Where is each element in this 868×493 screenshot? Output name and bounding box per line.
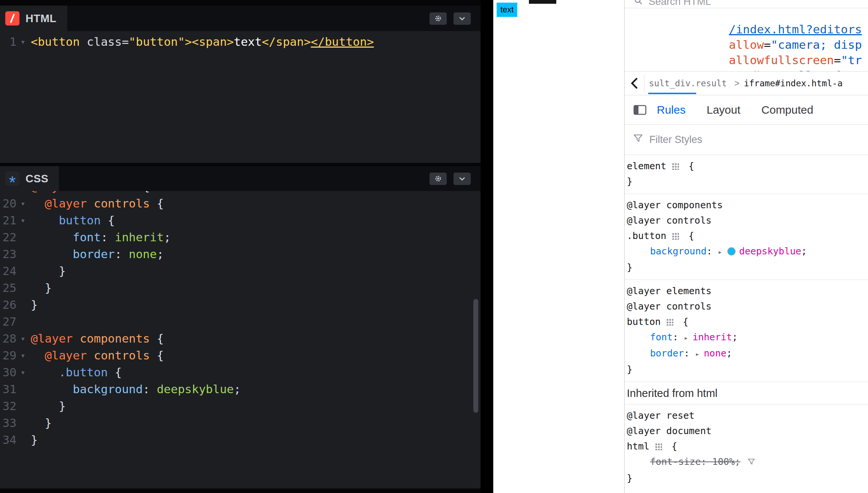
property-value[interactable]: deepskyblue — [739, 246, 802, 257]
tab-layout[interactable]: Layout — [696, 104, 751, 116]
code-text: } — [29, 415, 52, 431]
css-icon: * — [5, 171, 20, 186]
rule-selector[interactable]: html — [627, 441, 649, 452]
at-layer-label: @layer document — [627, 423, 866, 439]
property-name[interactable]: background — [650, 246, 707, 257]
code-line[interactable]: 32 } — [0, 398, 481, 415]
code-line[interactable]: 20▾ @layer controls { — [0, 195, 481, 212]
code-line[interactable]: 29▾ @layer controls { — [0, 347, 481, 364]
property-value[interactable]: none — [704, 348, 726, 359]
code-text: } — [29, 398, 66, 415]
code-line[interactable]: 31 background: deepskyblue; — [0, 381, 481, 398]
code-line[interactable]: 24 } — [0, 263, 481, 280]
rule-selector[interactable]: button — [627, 316, 661, 327]
fold-spacer — [17, 246, 29, 263]
css-declaration[interactable]: font-size: 100%; — [627, 454, 866, 470]
tab-computed[interactable]: Computed — [751, 104, 824, 116]
code-line[interactable]: 27 — [0, 313, 481, 330]
property-value[interactable]: 100% — [712, 456, 735, 467]
code-line[interactable]: 33 } — [0, 415, 481, 431]
expand-arrow-icon[interactable]: ▸ — [718, 248, 727, 256]
rule-selector[interactable]: .button — [627, 230, 666, 241]
fold-arrow-icon[interactable]: ▾ — [17, 364, 29, 381]
code-line[interactable]: 25 } — [0, 280, 481, 296]
property-name[interactable]: font — [650, 332, 673, 343]
property-name[interactable]: border — [650, 348, 684, 359]
expand-arrow-icon[interactable]: ▸ — [684, 334, 692, 342]
css-declaration[interactable]: background: ▸ deepskyblue; — [627, 243, 866, 260]
search-html-bar[interactable]: Search HTML — [625, 0, 868, 8]
fold-spacer — [17, 313, 29, 330]
markup-line[interactable]: sandbox="allow-forms a — [729, 68, 868, 71]
rule-section: @layer components@layer controls.button … — [625, 194, 868, 280]
markup-token[interactable]: /index.html?editors — [729, 23, 862, 36]
inherited-from-header: Inherited from html — [625, 382, 868, 404]
gear-icon — [433, 14, 443, 23]
code-line[interactable]: 21▾ button { — [0, 212, 481, 229]
code-line[interactable]: 30▾ .button { — [0, 364, 481, 381]
css-declaration[interactable]: font: ▸ inherit; — [627, 329, 866, 346]
code-text: @layer controls { — [29, 347, 164, 364]
code-token: <button — [31, 35, 87, 48]
selector-dots-icon[interactable] — [671, 162, 679, 170]
editor-preview-divider[interactable] — [481, 0, 493, 493]
breadcrumb-item-result-div[interactable]: sult_div.result — [644, 72, 730, 95]
code-line[interactable]: 34} — [0, 431, 481, 448]
html-panel-header: HTML — [0, 6, 481, 31]
tab-rules[interactable]: Rules — [646, 104, 696, 116]
code-line[interactable]: 28▾@layer components { — [0, 330, 481, 347]
rule-selector[interactable]: element — [627, 161, 666, 171]
line-number: 31 — [0, 381, 17, 398]
css-code-lines: 19▾@layer elements {20▾ @layer controls … — [0, 191, 481, 448]
css-declaration[interactable]: border: ▸ none; — [627, 346, 866, 362]
fold-arrow-icon[interactable]: ▾ — [17, 33, 29, 50]
css-collapse-button[interactable] — [454, 173, 471, 185]
overridden-filter-icon[interactable] — [747, 455, 755, 470]
fold-arrow-icon[interactable]: ▾ — [17, 195, 29, 212]
line-number: 20 — [0, 195, 17, 212]
markup-line[interactable]: allowfullscreen="tr — [729, 53, 868, 68]
fold-arrow-icon[interactable]: ▾ — [17, 212, 29, 229]
code-token: { — [157, 332, 164, 345]
markup-line[interactable]: /index.html?editors — [729, 22, 868, 37]
code-line[interactable]: 26} — [0, 296, 481, 313]
breadcrumb-item-iframe[interactable]: iframe#index.html-a — [744, 78, 842, 88]
css-settings-button[interactable] — [429, 173, 447, 185]
fold-arrow-icon[interactable]: ▾ — [17, 347, 29, 364]
markup-line[interactable]: allow="camera; disp — [729, 37, 868, 53]
dock-sidebar-button[interactable] — [634, 105, 646, 115]
property-name[interactable]: font-size — [650, 456, 701, 467]
filter-styles-bar[interactable]: Filter Styles — [625, 125, 868, 155]
html-panel-actions — [429, 12, 471, 25]
color-swatch[interactable] — [727, 247, 736, 256]
html-settings-button[interactable] — [429, 12, 447, 25]
css-editor-scrollbar[interactable] — [473, 299, 478, 413]
css-panel-tab[interactable]: * CSS — [0, 166, 59, 191]
fold-arrow-icon[interactable]: ▾ — [17, 330, 29, 347]
html-panel-tab[interactable]: HTML — [0, 6, 67, 31]
code-line[interactable]: 1▾<button class="button"><span>text</spa… — [0, 33, 481, 50]
property-value[interactable]: inherit — [692, 332, 732, 343]
selector-dots-icon[interactable] — [655, 443, 662, 450]
rules-view: element {}@layer components@layer contro… — [625, 155, 868, 490]
preview-text-button[interactable]: text — [497, 3, 517, 17]
selector-dots-icon[interactable] — [666, 318, 673, 326]
html-code-editor[interactable]: 1▾<button class="button"><span>text</spa… — [0, 31, 481, 163]
code-line[interactable]: 19▾@layer elements { — [0, 191, 481, 195]
expand-arrow-icon[interactable]: ▸ — [695, 350, 704, 358]
fold-arrow-icon[interactable]: ▾ — [17, 191, 29, 195]
html-icon — [5, 11, 20, 26]
code-line[interactable]: 23 border: none; — [0, 246, 481, 263]
breadcrumb-back-button[interactable] — [625, 77, 644, 90]
chevron-down-icon — [458, 14, 466, 23]
fold-spacer — [17, 381, 29, 398]
close-brace: } — [627, 362, 866, 377]
html-collapse-button[interactable] — [454, 12, 471, 25]
preview-pane: text — [493, 0, 624, 493]
fold-spacer — [17, 415, 29, 431]
markup-view[interactable]: /index.html?editorsallow="camera; dispal… — [625, 8, 868, 71]
selector-dots-icon[interactable] — [671, 232, 679, 240]
code-line[interactable]: 22 font: inherit; — [0, 229, 481, 246]
colon: : — [701, 456, 712, 467]
css-code-editor[interactable]: 19▾@layer elements {20▾ @layer controls … — [0, 191, 481, 488]
